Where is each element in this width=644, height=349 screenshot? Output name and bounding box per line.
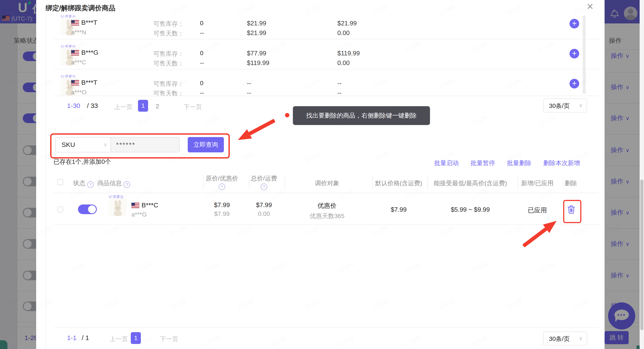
orig-price: $21.99 xyxy=(247,20,266,27)
cell-applied-status: 已应用 xyxy=(516,206,559,215)
next-page-button[interactable]: 下一页 xyxy=(184,103,202,111)
batch-delete-link[interactable]: 批量删除 xyxy=(507,159,532,167)
row-divider xyxy=(54,224,598,225)
row-product-sku: a***G xyxy=(132,211,147,218)
header-divider xyxy=(54,193,598,193)
page-1-button[interactable]: 1 xyxy=(131,332,141,344)
page-size-select[interactable]: 30条/页 ∨ xyxy=(543,98,587,112)
shipping-fee: 0.00 xyxy=(337,29,350,36)
discount-price: $119.99 xyxy=(247,59,270,66)
us-flag-icon xyxy=(71,50,79,56)
product-image xyxy=(109,198,127,216)
header-new-applied: 新增/已应用 xyxy=(516,179,559,187)
bind-unbind-modal: 绑定/解绑跟卖调价商品 ✕ U 优麦云 B***T a***N 可售库存： 0 … xyxy=(36,0,604,349)
cell-total-shipping: $7.99 0.00 xyxy=(242,201,286,217)
cell-default-price: $7.99 xyxy=(366,206,432,213)
product-sku: a***C xyxy=(71,59,86,66)
row-checkbox[interactable] xyxy=(58,206,63,212)
top-list-row: U 优麦云 B***G a***C 可售库存： 0 可售天数： -- $77.9… xyxy=(36,44,604,72)
batch-start-link[interactable]: 批量启动 xyxy=(434,159,459,167)
summary-text: 已存在1个,并添加0个 xyxy=(54,158,111,166)
total-price: $21.99 xyxy=(337,20,357,27)
annotation-arrow-to-search xyxy=(236,116,277,145)
stock-value: 0 xyxy=(200,50,204,57)
product-sku: a***O xyxy=(71,89,86,96)
top-list-row: U 优麦云 B***T a***N 可售库存： 0 可售天数： -- $21.9… xyxy=(36,14,604,42)
header-target: 调价对象 xyxy=(305,179,349,187)
row-divider xyxy=(54,39,598,39)
header-product: 商品信息? xyxy=(97,179,130,188)
delete-highlight-box xyxy=(563,200,581,223)
add-icon[interactable]: + xyxy=(570,79,579,88)
page-scrollbar-thumb[interactable] xyxy=(640,180,643,330)
pagination-range: 1-30 xyxy=(67,102,80,109)
pagination-total: / 33 xyxy=(87,102,98,109)
total-price: -- xyxy=(337,80,342,87)
orig-price: $77.99 xyxy=(247,50,266,57)
help-icon[interactable]: ? xyxy=(87,181,94,188)
modal-title: 绑定/解绑跟卖调价商品 xyxy=(46,3,116,13)
days-value: -- xyxy=(200,89,204,96)
us-flag-icon xyxy=(71,80,79,86)
help-icon[interactable]: ? xyxy=(261,183,267,190)
help-icon[interactable]: ? xyxy=(124,181,130,188)
product-name: B***T xyxy=(81,79,97,86)
select-all-checkbox[interactable] xyxy=(58,179,63,185)
pagination-total: / 1 xyxy=(82,334,89,342)
discount-price: $21.99 xyxy=(247,29,266,36)
chevron-down-icon: ∨ xyxy=(579,102,583,108)
row-status-toggle[interactable] xyxy=(78,205,97,214)
stock-label: 可售库存： xyxy=(153,80,184,88)
cell-accept-range: $5.99 ~ $9.99 xyxy=(431,206,510,213)
prev-page-button[interactable]: 上一页 xyxy=(110,335,128,343)
cell-target: 优惠价 优惠天数365 xyxy=(305,201,349,220)
pagination-range: 1-1 xyxy=(67,334,76,342)
page-size-select[interactable]: 30条/页 ∨ xyxy=(543,332,587,346)
footer-divider xyxy=(54,327,598,328)
total-price: $119.99 xyxy=(337,50,360,57)
stock-value: 0 xyxy=(200,80,204,87)
prev-page-button[interactable]: 上一页 xyxy=(114,103,132,111)
remove-new-link[interactable]: 删除本次新增 xyxy=(543,159,580,167)
row-product-name: B***C xyxy=(142,201,158,209)
days-label: 可售天数： xyxy=(153,29,184,38)
page-scrollbar-track[interactable] xyxy=(640,0,644,349)
days-label: 可售天数： xyxy=(153,89,184,98)
product-name: B***T xyxy=(81,19,97,26)
delete-hint-tooltip: 找出要删除的商品，右侧删除键一键删除 xyxy=(293,106,430,125)
stock-label: 可售库存： xyxy=(153,20,184,28)
us-flag-icon xyxy=(132,203,139,209)
header-orig-discount: 原价/优惠价 xyxy=(200,174,244,183)
stock-value: 0 xyxy=(200,20,204,27)
add-icon[interactable]: + xyxy=(570,49,579,58)
add-icon[interactable]: + xyxy=(570,19,579,28)
header-total-shipping: 总价/运费 xyxy=(242,174,286,183)
page-2-button[interactable]: 2 xyxy=(156,103,159,110)
product-sku: a***N xyxy=(71,29,86,36)
search-highlight-box xyxy=(50,133,230,159)
tooltip-anchor-dot xyxy=(285,113,289,117)
batch-pause-link[interactable]: 批量暂停 xyxy=(470,159,495,167)
shipping-fee: 0.00 xyxy=(337,59,350,66)
row-divider xyxy=(54,96,598,96)
days-value: -- xyxy=(200,59,204,66)
us-flag-icon xyxy=(71,20,79,26)
next-page-button[interactable]: 下一页 xyxy=(160,335,178,343)
cell-orig-discount: $7.99 $7.99 xyxy=(200,201,244,217)
annotation-arrow-to-delete xyxy=(520,217,560,250)
product-name: B***G xyxy=(81,49,98,56)
header-status: 状态? xyxy=(73,179,94,188)
header-default-price: 默认价格(含运费) xyxy=(366,179,432,187)
close-icon[interactable]: ✕ xyxy=(586,2,594,11)
orig-price: -- xyxy=(247,80,251,87)
days-label: 可售天数： xyxy=(153,59,184,68)
page-1-button[interactable]: 1 xyxy=(138,100,148,112)
modal-scrollbar-thumb[interactable] xyxy=(583,15,586,94)
stock-label: 可售库存： xyxy=(153,50,184,58)
help-icon[interactable]: ? xyxy=(218,183,225,190)
days-value: -- xyxy=(200,29,204,36)
chevron-down-icon: ∨ xyxy=(579,335,583,341)
top-list-row: U 优麦云 B***T a***O 可售库存： 0 可售天数： -- -- --… xyxy=(36,74,604,102)
header-price-range: 能接受最低/最高价(含运费) xyxy=(431,179,510,187)
row-divider xyxy=(54,69,598,69)
